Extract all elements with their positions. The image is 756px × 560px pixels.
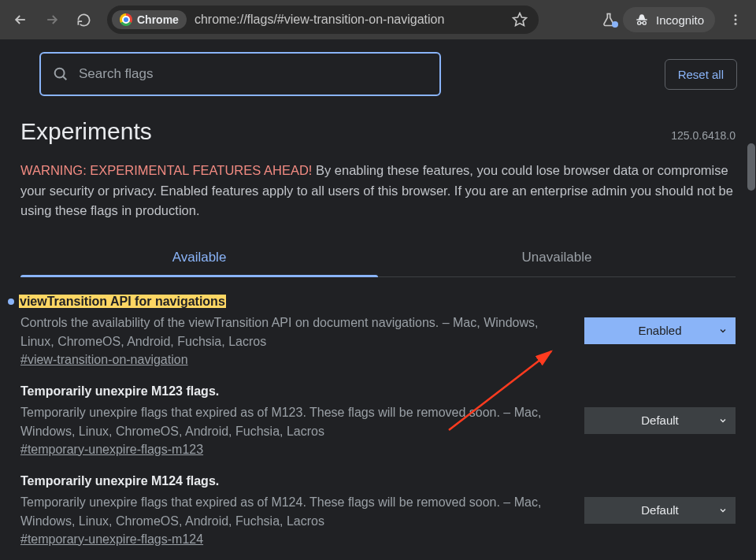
flag-title: Temporarily unexpire M123 flags.	[20, 384, 219, 398]
select-value: Enabled	[638, 324, 681, 337]
flag-row: Temporarily unexpire M124 flags.Temporar…	[20, 457, 736, 547]
notification-dot-icon	[612, 21, 618, 28]
site-chip[interactable]: Chrome	[112, 10, 187, 29]
flag-state-select[interactable]: Default	[584, 407, 736, 434]
flag-state-select[interactable]: Enabled	[584, 317, 736, 344]
forward-button[interactable]	[38, 6, 66, 34]
flag-anchor-link[interactable]: #temporary-unexpire-flags-m123	[20, 443, 203, 457]
incognito-icon	[634, 12, 650, 28]
address-bar[interactable]: Chrome chrome://flags/#view-transition-o…	[107, 6, 539, 34]
incognito-badge[interactable]: Incognito	[623, 7, 715, 32]
labs-icon[interactable]	[601, 12, 617, 28]
chevron-down-icon	[718, 416, 728, 425]
select-value: Default	[641, 503, 679, 517]
svg-point-5	[735, 23, 737, 25]
warning-lead: WARNING: EXPERIMENTAL FEATURES AHEAD!	[20, 163, 312, 177]
flag-title: Temporarily unexpire M124 flags.	[20, 474, 219, 488]
menu-button[interactable]	[721, 13, 750, 27]
chrome-icon	[120, 13, 132, 26]
tab-available[interactable]: Available	[20, 239, 378, 276]
flag-anchor-link[interactable]: #view-transition-on-navigation	[20, 353, 188, 367]
modified-dot-icon	[8, 299, 14, 305]
reset-all-button[interactable]: Reset all	[665, 59, 737, 90]
svg-point-6	[55, 69, 65, 78]
select-value: Default	[641, 414, 679, 427]
browser-toolbar: Chrome chrome://flags/#view-transition-o…	[0, 0, 756, 39]
search-flags-field[interactable]	[39, 52, 441, 96]
svg-point-2	[643, 21, 646, 24]
flag-state-select[interactable]: Default	[584, 497, 736, 524]
flag-anchor-link[interactable]: #temporary-unexpire-flags-m124	[20, 532, 203, 547]
version-label: 125.0.6418.0	[671, 129, 736, 142]
svg-marker-0	[513, 13, 527, 26]
svg-point-1	[638, 21, 641, 24]
svg-point-4	[735, 19, 737, 21]
chevron-down-icon	[718, 506, 728, 515]
site-chip-label: Chrome	[137, 13, 179, 26]
flags-list: viewTransition API for navigationsContro…	[20, 277, 736, 547]
flag-description: Temporarily unexpire flags that expired …	[20, 403, 569, 441]
scrollbar-thumb[interactable]	[747, 143, 755, 191]
search-icon	[52, 65, 69, 83]
back-button[interactable]	[6, 6, 35, 34]
flag-row: Temporarily unexpire M123 flags.Temporar…	[20, 367, 736, 457]
chevron-down-icon	[718, 326, 728, 336]
tab-unavailable[interactable]: Unavailable	[378, 239, 736, 276]
svg-point-3	[735, 14, 737, 17]
flag-row: viewTransition API for navigationsContro…	[20, 277, 736, 367]
tabs: Available Unavailable	[20, 239, 736, 277]
bookmark-star-icon[interactable]	[512, 12, 528, 28]
url-text: chrome://flags/#view-transition-on-navig…	[195, 13, 444, 27]
flag-description: Temporarily unexpire flags that expired …	[20, 493, 569, 531]
reload-button[interactable]	[69, 6, 98, 34]
flag-title: viewTransition API for navigations	[19, 295, 226, 308]
search-input[interactable]	[79, 66, 428, 82]
flags-page: Reset all Experiments 125.0.6418.0 WARNI…	[0, 39, 756, 560]
flag-description: Controls the availability of the viewTra…	[20, 313, 569, 351]
incognito-label: Incognito	[656, 13, 704, 27]
page-title: Experiments	[20, 118, 152, 145]
warning-text: WARNING: EXPERIMENTAL FEATURES AHEAD! By…	[20, 161, 736, 221]
